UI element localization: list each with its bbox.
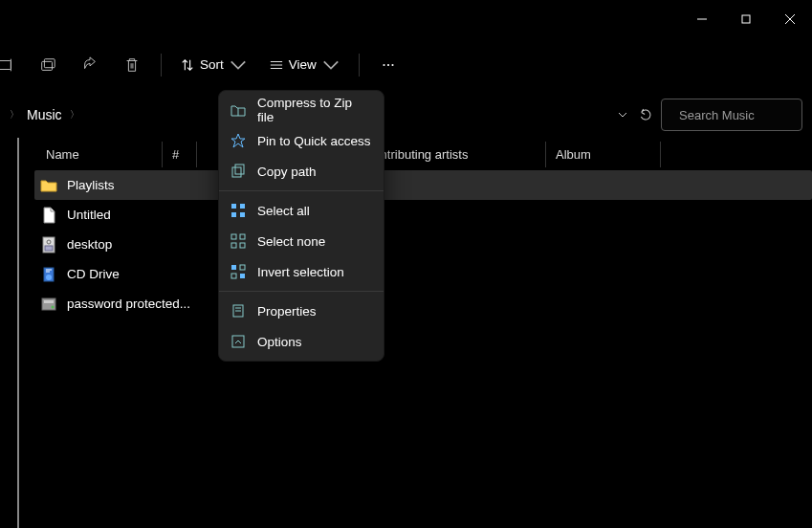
menu-item-label: Pin to Quick access [257,134,371,148]
share-icon [81,56,99,74]
view-icon [270,58,283,72]
file-row[interactable]: desktop [34,230,812,259]
chevron-right-icon: 〉 [66,108,83,121]
chevron-down-icon [230,56,247,74]
doc-icon [40,207,57,224]
menu-item-zip[interactable]: Compress to Zip file [219,95,384,125]
cut-icon [39,56,56,74]
svg-point-23 [52,305,55,308]
toolbar-separator [359,54,360,77]
toolbar: Sort View [0,38,812,92]
file-row[interactable]: password protected... [34,289,812,319]
cd-icon [40,266,57,283]
svg-rect-21 [42,298,55,310]
svg-rect-18 [45,246,53,251]
svg-rect-27 [231,204,236,209]
menu-item-copypath[interactable]: Copy path [219,156,384,187]
more-button[interactable] [369,48,407,82]
delete-button[interactable] [113,48,151,82]
svg-rect-25 [232,167,241,177]
config-icon [40,236,57,253]
context-menu: Compress to Zip filePin to Quick accessC… [218,90,384,362]
menu-item-props[interactable]: Properties [219,296,384,326]
toolbar-separator [161,54,162,77]
sort-button[interactable]: Sort [171,48,256,82]
menu-item-label: Properties [257,304,317,319]
svg-rect-34 [240,243,245,248]
menu-separator [219,190,384,191]
minimize-button[interactable] [680,10,724,29]
sort-label: Sort [200,57,224,72]
svg-rect-29 [231,212,236,217]
close-button[interactable] [768,10,812,29]
menu-item-selall[interactable]: Select all [219,195,384,226]
file-row[interactable]: CD Drive [34,259,812,289]
breadcrumb[interactable]: 〉 Music 〉 [4,99,83,131]
svg-rect-35 [231,265,236,270]
selinv-icon [230,264,246,279]
svg-rect-36 [240,265,245,270]
menu-item-label: Select none [257,234,325,249]
svg-rect-33 [231,243,236,248]
menu-item-label: Copy path [257,165,317,179]
rename-button[interactable] [0,48,25,82]
more-icon [380,56,397,74]
svg-rect-6 [42,61,53,70]
file-name: desktop [67,237,112,252]
svg-rect-26 [235,165,244,174]
svg-point-11 [383,63,384,65]
selnone-icon [230,233,246,249]
props-icon [230,303,246,319]
svg-rect-37 [231,274,236,278]
svg-point-20 [46,275,52,280]
column-headers: Name # Contributing artists Album [19,138,812,170]
star-icon [230,133,246,148]
trash-icon [123,56,141,74]
search-box[interactable] [661,99,802,131]
svg-rect-38 [240,274,245,278]
menu-item-selinv[interactable]: Invert selection [219,256,384,287]
chevron-right-icon: 〉 [6,108,23,121]
menu-item-label: Invert selection [257,265,344,279]
file-name: Playlists [67,178,115,192]
svg-rect-30 [240,212,245,217]
menu-item-label: Compress to Zip file [257,96,372,124]
sort-icon [181,58,194,72]
search-input[interactable] [679,108,812,122]
file-name: Untitled [67,208,111,222]
rename-icon [0,56,14,74]
svg-rect-32 [240,234,245,239]
svg-rect-7 [44,58,55,67]
chevron-down-icon[interactable] [617,109,628,121]
address-row: 〉 Music 〉 [0,92,812,138]
refresh-icon[interactable] [638,107,653,122]
svg-rect-42 [232,336,244,347]
menu-item-label: Select all [257,204,310,218]
disk-icon [40,296,57,313]
file-row[interactable]: Untitled [34,200,812,230]
menu-item-options[interactable]: Options [219,326,384,357]
selall-icon [230,203,246,218]
share-button[interactable] [71,48,109,82]
zip-icon [230,102,246,118]
maximize-icon [741,14,751,24]
titlebar [0,0,812,38]
menu-item-selnone[interactable]: Select none [219,226,384,256]
view-button[interactable]: View [260,48,349,82]
menu-item-label: Options [257,335,302,349]
minimize-icon [697,14,707,24]
breadcrumb-item[interactable]: Music [25,103,64,126]
maximize-button[interactable] [724,10,768,29]
svg-rect-22 [44,300,54,303]
column-album[interactable]: Album [546,142,661,167]
folder-icon [40,177,57,194]
menu-separator [219,291,384,292]
cut-button[interactable] [29,48,67,82]
view-label: View [289,57,317,72]
file-row[interactable]: Playlists [34,170,812,200]
chevron-down-icon [322,56,340,74]
menu-item-star[interactable]: Pin to Quick access [219,125,384,156]
column-name[interactable]: Name [36,142,163,167]
column-track-number[interactable]: # [163,142,197,167]
svg-rect-4 [0,60,11,69]
